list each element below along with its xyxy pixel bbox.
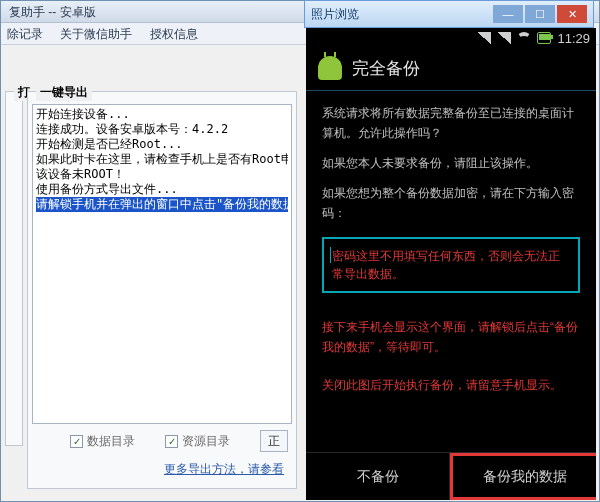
- checkmark-icon: ✓: [165, 435, 178, 448]
- checkbox-row: ✓ 数据目录 ✓ 资源目录: [70, 433, 230, 450]
- battery-icon: [537, 32, 551, 44]
- phone-dialog-body: 系统请求将所有数据完整备份至已连接的桌面计算机。允许此操作吗？ 如果您本人未要求…: [306, 91, 596, 407]
- log-line: 如果此时卡在这里，请检查手机上是否有Root申请提示并点击确认...: [36, 152, 288, 167]
- password-note: 密码这里不用填写任何东西，否则会无法正常导出数据。: [332, 249, 560, 281]
- checkmark-icon: ✓: [70, 435, 83, 448]
- log-line: 开始检测是否已经Root...: [36, 137, 288, 152]
- phone-dialog-title: 完全备份: [352, 57, 420, 80]
- signal-icon: [497, 32, 511, 44]
- password-input[interactable]: 密码这里不用填写任何东西，否则会无法正常导出数据。: [322, 237, 580, 293]
- annotation-text: 关闭此图后开始执行备份，请留意手机显示。: [322, 375, 580, 395]
- phone-dialog-footer: 不备份 备份我的数据: [306, 452, 596, 500]
- phone-screenshot: 11:29 完全备份 系统请求将所有数据完整备份至已连接的桌面计算机。允许此操作…: [306, 28, 596, 500]
- no-backup-button[interactable]: 不备份: [306, 453, 450, 500]
- wifi-icon: [517, 32, 531, 44]
- log-line: 该设备未ROOT！: [36, 167, 288, 182]
- log-line: 开始连接设备...: [36, 107, 288, 122]
- close-button[interactable]: ✕: [557, 5, 587, 23]
- checkbox-label: 资源目录: [182, 433, 230, 450]
- maximize-button[interactable]: ☐: [525, 5, 555, 23]
- left-group: 打: [5, 91, 23, 446]
- more-methods-link[interactable]: 更多导出方法，请参看: [164, 461, 284, 478]
- checkbox-data-dir[interactable]: ✓ 数据目录: [70, 433, 135, 450]
- log-line-selected[interactable]: 请解锁手机并在弹出的窗口中点击"备份我的数据"！: [36, 197, 288, 212]
- picture-window-title: 照片浏览: [311, 6, 491, 23]
- menu-records[interactable]: 除记录: [7, 27, 43, 41]
- checkbox-res-dir[interactable]: ✓ 资源目录: [165, 433, 230, 450]
- export-group-label: 一键导出: [36, 84, 92, 101]
- signal-icon: [477, 32, 491, 44]
- phone-dialog-header: 完全备份: [306, 48, 596, 91]
- backup-my-data-button[interactable]: 备份我的数据: [450, 453, 596, 500]
- picture-window: 照片浏览 — ☐ ✕: [304, 0, 594, 30]
- dialog-text: 如果您想为整个备份数据加密，请在下方输入密码：: [322, 183, 580, 223]
- log-line: 使用备份方式导出文件...: [36, 182, 288, 197]
- dialog-text: 系统请求将所有数据完整备份至已连接的桌面计算机。允许此操作吗？: [322, 103, 580, 143]
- menu-about[interactable]: 关于微信助手: [60, 27, 132, 41]
- right-button[interactable]: 正: [260, 430, 288, 452]
- minimize-button[interactable]: —: [493, 5, 523, 23]
- android-icon: [318, 56, 342, 80]
- log-line: 连接成功。设备安卓版本号：4.2.2: [36, 122, 288, 137]
- annotation-text: 接下来手机会显示这个界面，请解锁后点击“备份我的数据”，等待即可。: [322, 317, 580, 357]
- dialog-text: 如果您本人未要求备份，请阻止该操作。: [322, 153, 580, 173]
- checkbox-label: 数据目录: [87, 433, 135, 450]
- log-list[interactable]: 开始连接设备... 连接成功。设备安卓版本号：4.2.2 开始检测是否已经Roo…: [32, 104, 292, 424]
- menu-auth[interactable]: 授权信息: [150, 27, 198, 41]
- picture-window-titlebar: 照片浏览 — ☐ ✕: [304, 0, 594, 28]
- phone-statusbar: 11:29: [306, 28, 596, 48]
- text-cursor-icon: [330, 247, 331, 263]
- status-time: 11:29: [557, 31, 590, 46]
- export-group: 一键导出 开始连接设备... 连接成功。设备安卓版本号：4.2.2 开始检测是否…: [27, 91, 297, 489]
